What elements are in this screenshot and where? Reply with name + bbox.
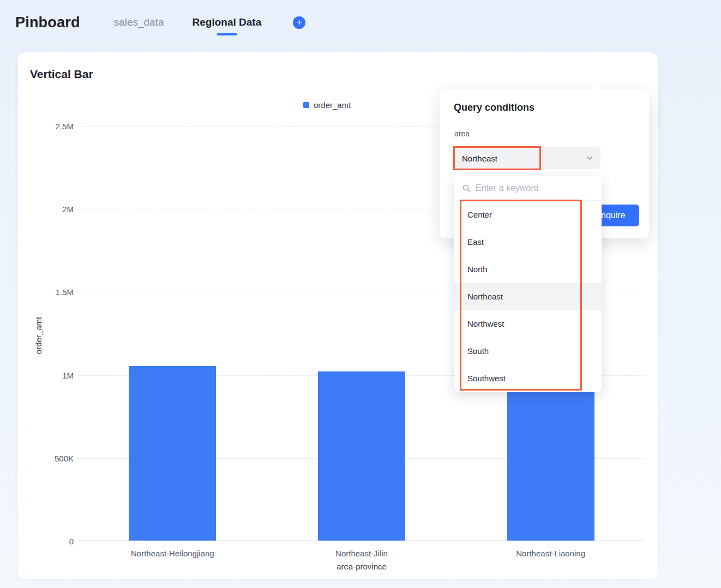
area-select[interactable]: Northeast [454, 147, 600, 169]
tab-label: Regional Data [193, 16, 262, 28]
chart-card-title: Vertical Bar [30, 68, 93, 81]
y-tick-label: 0 [30, 537, 74, 546]
add-tab-button[interactable]: + [293, 16, 305, 29]
x-axis-title: area-province [78, 562, 645, 571]
option-northwest[interactable]: Northwest [454, 310, 602, 338]
chart-legend[interactable]: order_amt [303, 100, 351, 110]
option-east[interactable]: East [454, 229, 602, 256]
option-southwest[interactable]: Southwest [454, 365, 602, 392]
y-tick-label: 2.5M [30, 122, 74, 131]
page: Pinboard sales_data Regional Data + Vert… [0, 0, 721, 588]
active-tab-underline [217, 33, 237, 35]
bar-0[interactable] [129, 366, 216, 541]
legend-swatch [303, 102, 309, 108]
search-icon [462, 184, 471, 193]
option-south[interactable]: South [454, 338, 602, 365]
plus-icon: + [297, 17, 302, 27]
x-tick-label: Northeast-Heilongjiang [85, 549, 260, 558]
tab-sales-data[interactable]: sales_data [114, 16, 164, 28]
option-north[interactable]: North [454, 256, 602, 283]
tab-bar: sales_data Regional Data [114, 16, 262, 28]
y-axis-title: order_amt [34, 317, 43, 354]
tab-regional-data[interactable]: Regional Data [193, 16, 262, 28]
y-tick-label: 2M [30, 205, 74, 214]
area-options-list: Center East North Northeast Northwest So… [454, 201, 602, 392]
y-tick-label: 1M [30, 370, 74, 380]
area-field-label: area [454, 129, 470, 138]
option-center[interactable]: Center [454, 201, 602, 229]
app-title: Pinboard [15, 14, 80, 31]
x-tick-label: Northeast-Jilin [274, 549, 449, 558]
keyword-search-input[interactable] [476, 183, 594, 193]
option-northeast[interactable]: Northeast [454, 283, 602, 310]
area-dropdown: Center East North Northeast Northwest So… [454, 176, 602, 392]
bar-1[interactable] [318, 371, 405, 541]
y-tick-label: 500K [30, 453, 74, 463]
legend-label: order_amt [314, 100, 351, 110]
header: Pinboard sales_data Regional Data + [0, 0, 721, 45]
popover-title: Query conditions [454, 102, 534, 113]
area-select-value: Northeast [462, 154, 497, 163]
chevron-down-icon [586, 155, 593, 161]
y-tick-label: 1.5M [30, 287, 74, 297]
x-tick-label: Northeast-Liaoning [464, 549, 638, 558]
dropdown-search-row [454, 176, 602, 201]
